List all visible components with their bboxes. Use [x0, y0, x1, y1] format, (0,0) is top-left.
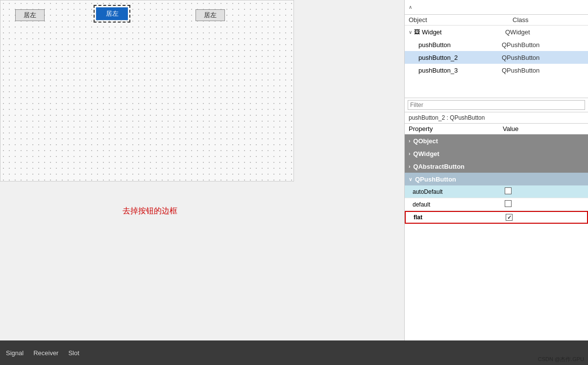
- prop-autodefault-value: [503, 187, 588, 196]
- property-table: Property Value › QObject › QWidget › QAb…: [405, 124, 588, 340]
- filter-area: [405, 98, 588, 112]
- object-tree-row-widget[interactable]: ∨ 🖼 Widget QWidget: [405, 26, 588, 38]
- widget-class: QWidget: [505, 28, 530, 36]
- group-qabstractbutton-label: QAbstractButton: [413, 163, 465, 170]
- expand-qwidget-icon: ›: [409, 151, 410, 156]
- prop-col-value: Value: [503, 125, 588, 132]
- tab-slot[interactable]: Slot: [67, 347, 80, 359]
- col-object-label: Object: [405, 16, 513, 24]
- property-table-header: Property Value: [405, 124, 588, 134]
- main-area: 居左 居左 居左 去掉按钮的边框 ∧ Object Class ∨ 🖼: [0, 0, 588, 340]
- prop-col-property: Property: [405, 125, 503, 132]
- col-class-label: Class: [513, 16, 588, 24]
- prop-autodefault-name: autoDefault: [405, 188, 503, 195]
- object-tree-row-pb1[interactable]: pushButton QPushButton: [405, 38, 588, 51]
- selected-object-label: pushButton_2 : QPushButton: [405, 112, 588, 124]
- object-tree-row-pb3[interactable]: pushButton_3 QPushButton: [405, 64, 588, 77]
- canvas-area: 居左 居左 居左 去掉按钮的边框: [0, 0, 404, 340]
- canvas-dotted: 居左 居左 居左: [0, 0, 294, 182]
- expand-qpushbutton-icon: ∨: [409, 177, 412, 182]
- tab-signal[interactable]: Signal: [5, 347, 24, 359]
- pb2-class: QPushButton: [502, 54, 539, 61]
- prop-default-value: [503, 200, 588, 209]
- group-qwidget[interactable]: › QWidget: [405, 147, 588, 160]
- default-checkbox[interactable]: [505, 200, 512, 207]
- bottom-bar: Signal Receiver Slot: [0, 340, 588, 365]
- right-panel: ∧ Object Class ∨ 🖼 Widget QWidget pushBu…: [404, 0, 588, 340]
- group-qpushbutton[interactable]: ∨ QPushButton: [405, 173, 588, 185]
- canvas-button-1[interactable]: 居左: [15, 9, 45, 21]
- group-qwidget-label: QWidget: [413, 150, 439, 157]
- expand-widget-icon[interactable]: ∨: [409, 29, 412, 35]
- collapse-arrow-icon[interactable]: ∧: [409, 4, 412, 10]
- annotation-text: 去掉按钮的边框: [122, 206, 177, 216]
- tab-receiver[interactable]: Receiver: [32, 347, 59, 359]
- prop-flat-name: flat: [406, 214, 504, 221]
- pb2-name: pushButton_2: [418, 54, 502, 61]
- autodefault-checkbox[interactable]: [505, 187, 512, 194]
- group-qobject-label: QObject: [413, 137, 438, 145]
- pb3-class: QPushButton: [502, 67, 539, 74]
- canvas-button-2[interactable]: 居左: [96, 7, 128, 20]
- expand-qabstractbutton-icon: ›: [409, 164, 410, 169]
- group-qabstractbutton[interactable]: › QAbstractButton: [405, 160, 588, 173]
- expand-qobject-icon: ›: [409, 138, 410, 144]
- canvas-button-3[interactable]: 居左: [196, 9, 225, 21]
- object-tree-row-pb2[interactable]: pushButton_2 QPushButton: [405, 51, 588, 64]
- filter-input[interactable]: [408, 100, 585, 110]
- object-panel-header: ∧: [405, 0, 588, 15]
- prop-flat-value: [504, 214, 587, 221]
- widget-name: Widget: [422, 28, 505, 36]
- prop-default-name: default: [405, 201, 503, 208]
- flat-checkbox[interactable]: [506, 214, 513, 221]
- widget-icon: 🖼: [414, 28, 420, 35]
- pb3-name: pushButton_3: [418, 67, 502, 74]
- prop-row-autodefault[interactable]: autoDefault: [405, 185, 588, 198]
- object-panel: ∧ Object Class ∨ 🖼 Widget QWidget pushBu…: [405, 0, 588, 98]
- prop-row-default[interactable]: default: [405, 198, 588, 211]
- prop-row-flat[interactable]: flat: [405, 211, 588, 224]
- group-qpushbutton-label: QPushButton: [415, 176, 456, 183]
- bottom-tabs: Signal Receiver Slot: [5, 347, 80, 359]
- pb1-name: pushButton: [418, 41, 502, 49]
- group-qobject[interactable]: › QObject: [405, 134, 588, 147]
- pb1-class: QPushButton: [502, 41, 539, 49]
- object-tree-header: Object Class: [405, 15, 588, 26]
